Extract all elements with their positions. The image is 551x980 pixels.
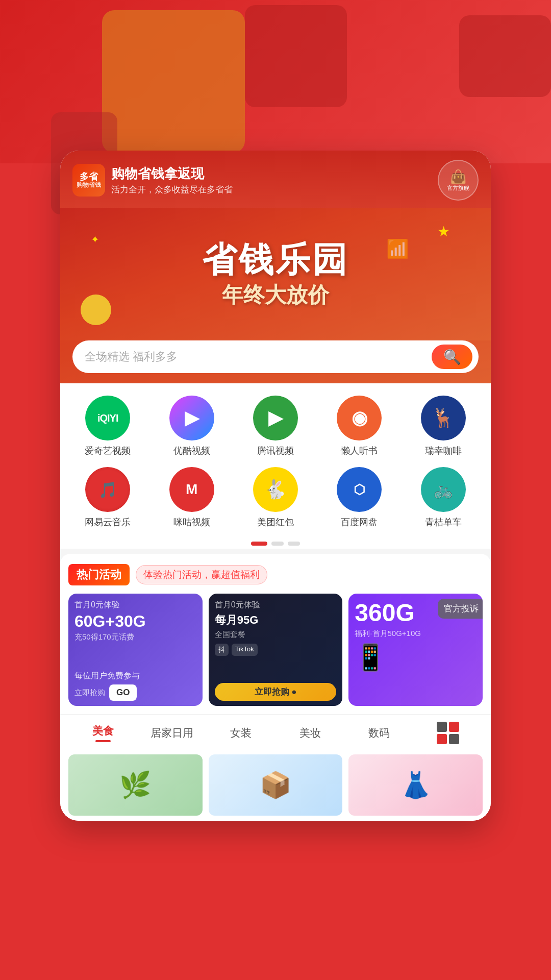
list-item[interactable]: ◉ 懒人听书 [320,396,398,457]
list-item[interactable]: M 咪咕视频 [152,467,231,528]
list-item[interactable]: 🦌 瑞幸咖啡 [404,396,483,457]
product-thumb-3[interactable]: 👗 [348,754,483,816]
card-sub-3: 福利·首月50G+10G [355,629,477,639]
grid-icon [437,722,459,744]
tab-food-label: 美食 [92,724,114,738]
search-icon: 🔍 [443,349,461,365]
card-go-button[interactable]: GO [109,684,137,701]
list-item[interactable]: 🎵 网易云音乐 [68,467,147,528]
card-phone-graphic: 📱 [355,643,477,672]
banner-wifi-icon: 📶 [386,238,409,260]
iqiyi-icon: iQIYI [85,396,130,440]
card-action-label: 立即抢购 [74,688,105,698]
bg-square-2 [245,5,347,107]
hot-badge: 热门活动 [68,564,130,585]
banner-star-2: ✦ [91,233,99,246]
complaint-label: 官方投诉 [444,604,479,614]
tab-food[interactable]: 美食 [68,724,137,742]
logo-sub-text: 购物省钱 [77,182,101,188]
tmall-icon: 👜 官方旗舰 [447,169,469,191]
card-tag-2: 首月0元体验 [215,600,337,610]
bg-square-1 [102,10,245,153]
background-decoration [0,0,551,163]
bg-square-4 [459,15,551,97]
tab-digital[interactable]: 数码 [344,726,413,740]
baidu-label: 百度网盘 [341,516,378,528]
logo-text: 多省 [80,172,98,182]
list-item[interactable]: 🚲 青桔单车 [404,467,483,528]
list-item[interactable]: ▶ 腾讯视频 [236,396,315,457]
ruixing-icon: 🦌 [421,396,466,440]
tab-fashion[interactable]: 女装 [207,726,276,740]
card-scope: 全国套餐 [215,630,337,640]
banner-coin [81,295,111,325]
list-item[interactable]: ⬡ 百度网盘 [320,467,398,528]
tab-active-indicator [95,740,111,742]
tab-more[interactable] [414,722,483,744]
dot-indicator [60,536,491,549]
search-wrapper: 全场精选 福利多多 🔍 [60,340,491,383]
list-item[interactable]: 🐇 美团红包 [236,467,315,528]
card-monthly: 每月95G [215,612,337,628]
tab-fashion-label: 女装 [230,726,252,740]
tencent-label: 腾讯视频 [257,445,294,457]
activity-card-3[interactable]: 360G 福利·首月50G+10G 📱 官方投诉 [348,594,483,706]
qingju-icon: 🚲 [421,467,466,512]
banner-sub-text: 年终大放价 [222,281,329,309]
category-tabs: 美食 居家日用 女装 美妆 数码 [60,714,491,749]
tab-beauty[interactable]: 美妆 [276,726,344,740]
search-bar[interactable]: 全场精选 福利多多 🔍 [72,340,479,373]
tab-home-label: 居家日用 [151,726,193,740]
netease-label: 网易云音乐 [85,516,131,528]
banner-main-text: 省钱乐园 [202,239,349,281]
netease-icon: 🎵 [85,467,130,512]
card-tag-1: 首月0元体验 [74,600,196,610]
tmall-badge[interactable]: 👜 官方旗舰 [438,160,479,201]
card-platform-icons: 抖 TikTok [215,644,337,656]
qingju-label: 青桔单车 [425,516,462,528]
product-thumb-1[interactable]: 🌿 [68,754,203,816]
product-thumb-2[interactable]: 📦 [209,754,343,816]
youku-label: 优酷视频 [173,445,210,457]
meituan-icon: 🐇 [253,467,298,512]
products-row: 🌿 📦 👗 [60,749,491,821]
banner-star-1: ★ [437,223,450,240]
dot-3 [288,542,300,546]
app-logo: 多省 购物省钱 [72,164,105,197]
card-buy-button[interactable]: 立即抢购 ● [215,683,337,701]
app-header: 多省 购物省钱 购物省钱拿返现 活力全开，众多收益尽在多省省 👜 官方旗舰 [60,151,491,208]
dot-2 [271,542,284,546]
hot-header: 热门活动 体验热门活动，赢超值福利 [68,564,483,585]
baidu-icon: ⬡ [337,467,382,512]
header-title: 购物省钱拿返现 [111,165,233,183]
card-actions-1: 立即抢购 GO [74,684,196,701]
lazy-icon: ◉ [337,396,382,440]
complaint-bubble[interactable]: 官方投诉 [438,599,483,619]
banner-content: 省钱乐园 年终大放价 [202,239,349,309]
card-bottom-2: 立即抢购 ● [215,683,337,701]
tab-home[interactable]: 居家日用 [137,726,206,740]
miaopai-icon: M [169,467,214,512]
card-bottom-1: 每位用户免费参与 立即抢购 GO [74,671,196,701]
activity-card-1[interactable]: 首月0元体验 60G+30G 充50得170元话费 每位用户免费参与 立即抢购 … [68,594,203,706]
meituan-label: 美团红包 [257,516,294,528]
card-sub-1: 充50得170元话费 [74,632,196,642]
card-free-text: 每位用户免费参与 [74,671,196,681]
icons-grid: iQIYI 爱奇艺视频 ▶ 优酷视频 ▶ 腾讯视频 ◉ 懒人听书 🦌 瑞幸咖啡 … [68,396,483,528]
dot-1 [251,542,267,546]
activity-card-2[interactable]: 首月0元体验 每月95G 全国套餐 抖 TikTok 立即抢购 ● [209,594,343,706]
miaopai-label: 咪咕视频 [173,516,210,528]
iqiyi-label: 爱奇艺视频 [85,445,131,457]
hot-sub-badge: 体验热门活动，赢超值福利 [136,565,267,584]
tencent-icon: ▶ [253,396,298,440]
list-item[interactable]: ▶ 优酷视频 [152,396,231,457]
list-item[interactable]: iQIYI 爱奇艺视频 [68,396,147,457]
tab-digital-label: 数码 [368,726,390,740]
youku-icon: ▶ [169,396,214,440]
activity-cards: 首月0元体验 60G+30G 充50得170元话费 每位用户免费参与 立即抢购 … [68,594,483,706]
search-button[interactable]: 🔍 [432,345,472,369]
icons-section: iQIYI 爱奇艺视频 ▶ 优酷视频 ▶ 腾讯视频 ◉ 懒人听书 🦌 瑞幸咖啡 … [60,383,491,536]
lazy-label: 懒人听书 [341,445,378,457]
header-title-block: 购物省钱拿返现 活力全开，众多收益尽在多省省 [111,165,233,195]
card-data-1: 60G+30G [74,612,196,630]
